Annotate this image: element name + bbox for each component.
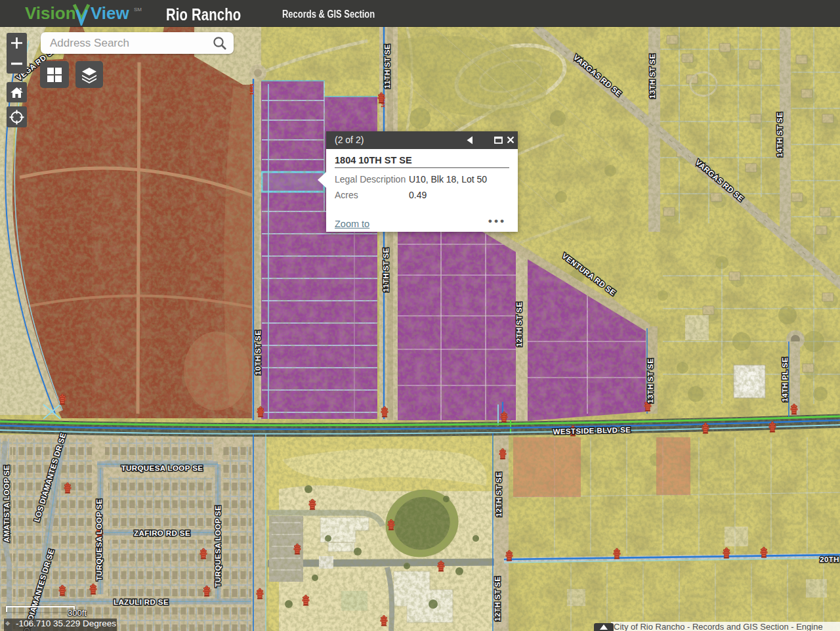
svg-text:1601: 1601 [249, 83, 255, 95]
svg-text:12TH ST SE: 12TH ST SE [495, 472, 503, 517]
svg-text:View: View [91, 3, 130, 23]
svg-text:13TH ST SE: 13TH ST SE [648, 54, 656, 99]
svg-text:10TH ST SE: 10TH ST SE [254, 330, 262, 376]
svg-text:20TH: 20TH [820, 555, 839, 563]
svg-text:12TH ST SE: 12TH ST SE [494, 577, 501, 622]
svg-text:TURQUESA LOOP SE: TURQUESA LOOP SE [95, 499, 103, 581]
svg-text:ZAFIRO RD SE: ZAFIRO RD SE [134, 529, 190, 537]
svg-text:11TH ST SE: 11TH ST SE [383, 44, 391, 89]
svg-text:Vision: Vision [25, 3, 76, 23]
svg-text:SM: SM [134, 7, 142, 12]
svg-text:TURQUESA LOOP SE: TURQUESA LOOP SE [121, 464, 203, 472]
svg-text:TURQUESA LOOP SE: TURQUESA LOOP SE [214, 506, 222, 588]
svg-text:11TH ST SE: 11TH ST SE [382, 248, 390, 292]
svg-text:13TH ST SE: 13TH ST SE [646, 359, 654, 404]
svg-text:14TH ST SE: 14TH ST SE [776, 112, 784, 158]
svg-text:LAZULI RD SE: LAZULI RD SE [114, 598, 169, 606]
svg-text:14TH PL SE: 14TH PL SE [781, 357, 789, 402]
svg-text:12TH ST SE: 12TH ST SE [515, 302, 523, 347]
svg-text:AMATISTA LOOP SE: AMATISTA LOOP SE [3, 465, 10, 542]
